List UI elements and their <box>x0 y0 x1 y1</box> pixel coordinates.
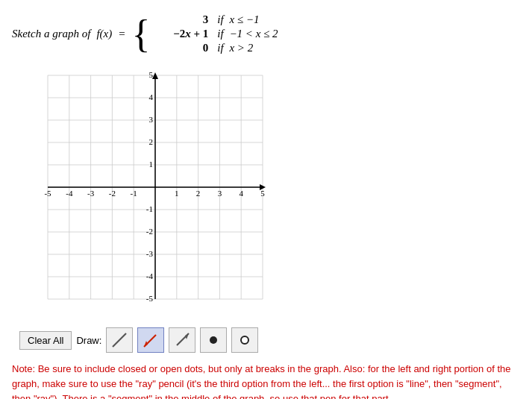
open-dot-tool-button[interactable] <box>231 327 258 353</box>
ray-right-tool-icon <box>174 332 190 348</box>
line-tool-button[interactable] <box>106 327 133 353</box>
piecewise-function: { 3 if x ≤ −1 −2x + 1 if −1 < x ≤ 2 0 if… <box>131 12 287 56</box>
draw-label: Draw: <box>76 335 101 346</box>
note-text: Note: Be sure to include closed or open … <box>12 362 520 399</box>
clear-all-button[interactable]: Clear All <box>19 331 72 350</box>
svg-point-5 <box>210 336 217 344</box>
problem-prefix: Sketch a graph of <box>12 28 90 40</box>
graph-container <box>19 66 520 320</box>
graph-canvas[interactable] <box>19 66 273 320</box>
closed-dot-tool-icon <box>205 332 222 348</box>
closed-dot-tool-button[interactable] <box>200 327 227 353</box>
case-cond-1: if x ≤ −1 <box>217 13 278 26</box>
ray-right-tool-button[interactable] <box>169 327 195 353</box>
case-cond-2: if −1 < x ≤ 2 <box>217 28 278 40</box>
toolbar: Clear All Draw: <box>19 327 520 353</box>
line-tool-icon <box>111 332 128 348</box>
problem-statement: Sketch a graph of f(x) = { 3 if x ≤ −1 −… <box>12 12 520 56</box>
case-value-2: −2x + 1 <box>163 28 208 40</box>
function-name: f(x) <box>96 28 112 40</box>
case-row-2: −2x + 1 if −1 < x ≤ 2 <box>163 28 278 40</box>
case-cond-3: if x > 2 <box>217 42 278 54</box>
equals-sign: = <box>118 28 125 40</box>
case-row-1: 3 if x ≤ −1 <box>163 13 278 26</box>
case-row-3: 0 if x > 2 <box>163 42 278 54</box>
svg-line-0 <box>113 333 126 347</box>
open-dot-tool-icon <box>237 332 253 348</box>
case-value-1: 3 <box>163 13 208 26</box>
ray-left-tool-button[interactable] <box>137 327 164 353</box>
left-brace: { <box>131 15 150 54</box>
case-value-3: 0 <box>163 42 208 54</box>
svg-point-6 <box>241 336 248 344</box>
cases-table: 3 if x ≤ −1 −2x + 1 if −1 < x ≤ 2 0 if x… <box>154 12 287 56</box>
ray-left-tool-icon <box>143 332 159 348</box>
